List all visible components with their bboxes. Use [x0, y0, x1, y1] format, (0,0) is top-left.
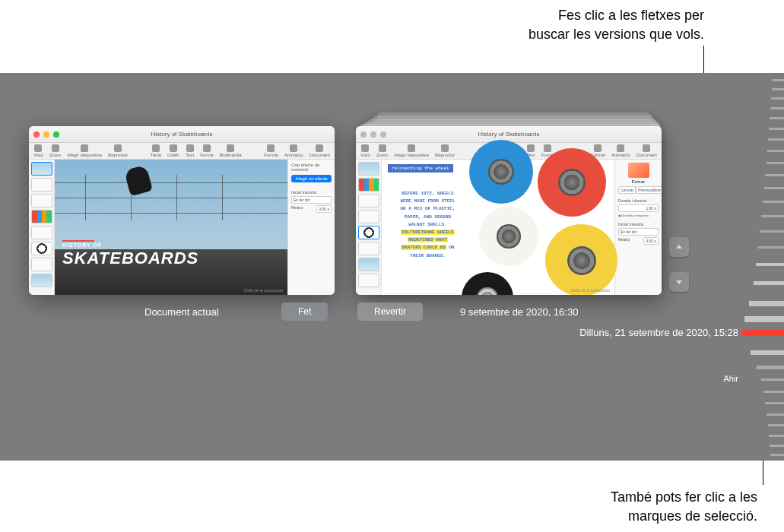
timeline-tick[interactable] [770, 445, 784, 447]
delay-label: Retard [291, 205, 303, 213]
change-button[interactable]: Canviar [618, 186, 636, 194]
timeline-tick[interactable] [754, 281, 784, 285]
slide-title: SKATEBOARDS [62, 249, 198, 268]
toolbar-view[interactable]: Visió [33, 144, 43, 157]
slide-thumbnail[interactable] [31, 242, 52, 255]
timeline-tick[interactable] [760, 230, 784, 233]
slide-subtitle: HISTORY OF [62, 242, 102, 248]
toolbar-add-slide[interactable]: Afegir diapositiva [67, 144, 102, 157]
delay-field[interactable]: 0,00 s [643, 237, 659, 245]
done-button[interactable]: Fet [281, 302, 328, 321]
slide-thumbnail[interactable] [31, 178, 52, 192]
timeline-tick[interactable] [757, 366, 784, 369]
timeline-tick[interactable] [763, 201, 784, 203]
timeline-tick-current[interactable] [742, 330, 784, 336]
slide-thumbnail[interactable] [358, 242, 379, 255]
slide-thumbnail[interactable] [31, 258, 52, 271]
slide-thumbnail[interactable] [358, 178, 379, 192]
slide-navigator[interactable] [29, 160, 55, 295]
toolbar-play[interactable]: Reproduir [435, 144, 455, 157]
timeline-tick[interactable] [770, 107, 784, 109]
timeline-tick[interactable] [769, 128, 784, 130]
build-order[interactable]: Ordre de la composició [244, 288, 283, 293]
timeline-tick[interactable] [765, 402, 784, 404]
slide-thumbnail[interactable] [31, 226, 52, 239]
toolbar-zoom[interactable]: Zoom [49, 144, 61, 157]
inspector-section: Iniciar transició [618, 222, 659, 226]
slide-thumbnail[interactable] [358, 274, 379, 287]
slide-thumbnail[interactable] [358, 226, 379, 239]
wheel-image [545, 224, 617, 295]
timeline-yesterday-label: Ahir [723, 374, 738, 383]
timeline-tick[interactable] [761, 215, 784, 217]
timeline-tick[interactable] [767, 413, 784, 416]
toolbar-document[interactable]: Document [309, 144, 330, 157]
delay-field[interactable]: 0,00 s [316, 205, 332, 213]
nav-arrow-up[interactable] [669, 237, 689, 257]
timeline-tick[interactable] [744, 316, 784, 322]
window-title: History of Skateboards [29, 131, 335, 138]
timeline-tick[interactable] [768, 424, 784, 426]
toolbar-add-slide[interactable]: Afegir diapositiva [394, 144, 429, 157]
transition-start-field[interactable]: En fer clic [291, 196, 332, 204]
slide-thumbnail[interactable] [358, 162, 379, 176]
toolbar-document[interactable]: Document [636, 144, 657, 157]
toolbar-format[interactable]: Format [264, 144, 278, 157]
wheel-image [479, 207, 538, 266]
inspector-header: Cap efecte de transició [291, 163, 332, 172]
version-document-window[interactable]: History of Skateboards Visió Zoom Afegir… [356, 126, 662, 295]
revert-button[interactable]: Revertir [357, 302, 423, 321]
timeline-tick[interactable] [767, 162, 784, 164]
timeline-tick[interactable] [756, 263, 784, 266]
timeline-tick[interactable] [764, 187, 784, 189]
preview-button[interactable]: Previsualitzar [636, 186, 662, 194]
slide-canvas[interactable]: HISTORY OF SKATEBOARDS Ordre de la compo… [55, 160, 287, 295]
chevron-down-icon [674, 277, 684, 287]
skater-image [127, 167, 173, 205]
direction-field[interactable]: ◉ De dreta a esquerra [618, 214, 649, 217]
toolbar-animate[interactable]: Animació [611, 144, 630, 157]
titlebar: History of Skateboards [29, 126, 335, 143]
timeline-tick[interactable] [765, 174, 784, 176]
annotation-arrows: Fes clic a les fletxes per buscar les ve… [528, 6, 704, 44]
timeline-tick[interactable] [761, 378, 784, 381]
wheel-image [538, 148, 606, 217]
timeline-tick[interactable] [770, 454, 784, 456]
timeline-tick[interactable] [749, 301, 784, 306]
timeline-tick[interactable] [758, 246, 784, 249]
toolbar-shape[interactable]: Forma [200, 144, 213, 157]
toolbar-text[interactable]: Text [186, 144, 194, 157]
toolbar-play[interactable]: Reproduir [108, 144, 128, 157]
toolbar-zoom[interactable]: Zoom [376, 144, 388, 157]
build-order[interactable]: Ordre de la composició [571, 288, 610, 293]
timeline-tick[interactable] [770, 117, 784, 119]
toolbar-table[interactable]: Taula [151, 144, 161, 157]
slide-canvas[interactable]: reinventing the wheel BEFORE 1972, WHEEL… [382, 160, 614, 295]
slide-thumbnail[interactable] [358, 258, 379, 271]
toolbar-view[interactable]: Visió [360, 144, 370, 157]
timeline-tick[interactable] [773, 79, 784, 81]
timeline-tick[interactable] [771, 97, 784, 100]
timeline-tick[interactable] [767, 150, 784, 152]
slide-navigator[interactable] [356, 160, 382, 295]
current-document-window[interactable]: History of Skateboards Visió Zoom Afegir… [29, 126, 335, 295]
nav-arrow-down[interactable] [669, 272, 689, 292]
add-effect-button[interactable]: Afegir un efecte [291, 175, 332, 182]
timeline-tick[interactable] [763, 391, 784, 393]
duration-field[interactable]: 1,00 s [618, 204, 659, 212]
slide-thumbnail[interactable] [31, 162, 52, 176]
annotation-ticks: També pots fer clic a les marques de sel… [611, 488, 757, 526]
timeline-tick[interactable] [768, 138, 784, 141]
timeline-tick[interactable] [751, 350, 784, 355]
timeline-tick[interactable] [769, 435, 784, 437]
slide-thumbnail[interactable] [358, 194, 379, 207]
timeline-tick[interactable] [772, 88, 784, 90]
transition-start-field[interactable]: En fer clic [618, 228, 659, 236]
slide-thumbnail[interactable] [31, 274, 52, 287]
toolbar-chart[interactable]: Gràfic [167, 144, 179, 157]
slide-thumbnail[interactable] [31, 210, 52, 223]
slide-thumbnail[interactable] [31, 194, 52, 207]
toolbar-animate[interactable]: Animació [284, 144, 303, 157]
slide-thumbnail[interactable] [358, 210, 379, 223]
toolbar-media[interactable]: Multimèdia [219, 144, 241, 157]
